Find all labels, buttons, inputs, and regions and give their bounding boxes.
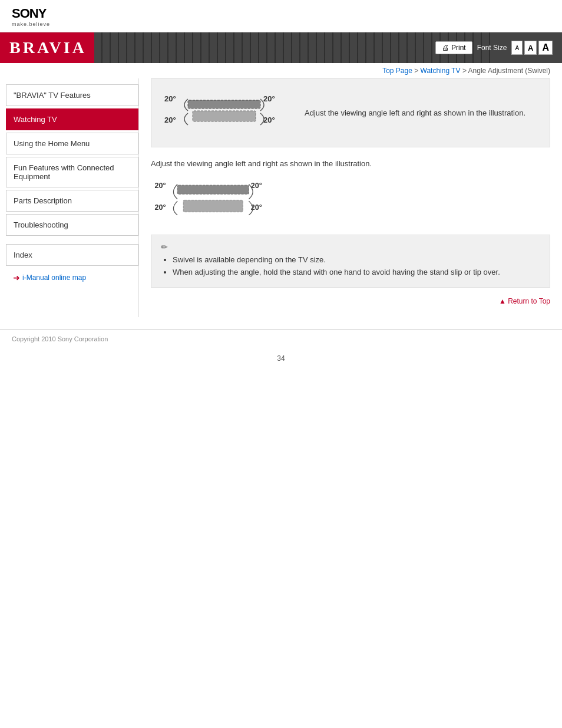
- svg-rect-10: [177, 185, 249, 194]
- copyright-text: Copyright 2010 Sony Corporation: [12, 335, 108, 342]
- svg-rect-4: [188, 100, 260, 108]
- tv-diagram-main: 20° 20° 20° 20°: [151, 176, 298, 225]
- svg-text:20°: 20°: [263, 94, 275, 103]
- sony-tagline: make.believe: [12, 21, 550, 27]
- print-label: Print: [451, 44, 466, 52]
- breadcrumb-watching-link[interactable]: Watching TV: [421, 67, 461, 75]
- bravia-banner: BRAVIA 🖨 Print Font Size A A A: [0, 32, 562, 63]
- sidebar-item-parts-description[interactable]: Parts Description: [6, 190, 138, 212]
- sony-logo: SONY make.believe: [12, 6, 550, 27]
- sidebar-item-troubleshooting[interactable]: Troubleshooting: [6, 214, 138, 236]
- intro-description: Adjust the viewing angle left and right …: [305, 108, 538, 117]
- svg-rect-11: [183, 200, 243, 212]
- svg-text:20°: 20°: [164, 116, 176, 124]
- svg-text:20°: 20°: [154, 182, 166, 190]
- svg-text:20°: 20°: [251, 182, 262, 190]
- print-icon: 🖨: [442, 44, 449, 52]
- return-to-top-link[interactable]: ▲ Return to Top: [151, 297, 550, 305]
- sidebar-item-bravia-features[interactable]: "BRAVIA" TV Features: [6, 84, 138, 106]
- page-header: SONY make.believe: [0, 0, 562, 32]
- sidebar-item-fun-features[interactable]: Fun Features with Connected Equipment: [6, 157, 138, 187]
- bravia-title: BRAVIA: [9, 38, 87, 57]
- page-number: 34: [0, 348, 562, 368]
- notes-list: Swivel is available depending on the TV …: [161, 255, 540, 276]
- note-item-2: When adjusting the angle, hold the stand…: [173, 268, 540, 276]
- sidebar-item-home-menu[interactable]: Using the Home Menu: [6, 133, 138, 154]
- sidebar: "BRAVIA" TV Features Watching TV Using t…: [0, 78, 138, 317]
- banner-controls: 🖨 Print Font Size A A A: [435, 41, 553, 55]
- triangle-up-icon: ▲: [499, 297, 506, 305]
- sidebar-online-map-link[interactable]: ➜ i-Manual online map: [6, 268, 138, 287]
- sidebar-online-map-label: i-Manual online map: [22, 274, 86, 282]
- breadcrumb-current: Angle Adjustment (Swivel): [468, 67, 550, 75]
- print-button[interactable]: 🖨 Print: [435, 41, 472, 54]
- pencil-icon: ✏: [161, 242, 540, 252]
- breadcrumb-top-link[interactable]: Top Page: [382, 67, 412, 75]
- svg-text:20°: 20°: [263, 116, 275, 124]
- svg-rect-5: [193, 111, 256, 121]
- tv-diagram-intro: 20° 20° 20° 20°: [163, 88, 293, 137]
- breadcrumb-sep1: >: [412, 67, 421, 75]
- svg-text:20°: 20°: [164, 94, 176, 103]
- font-size-buttons: A A A: [511, 41, 553, 55]
- main-content: 20° 20° 20° 20°: [138, 78, 562, 317]
- return-to-top-label: Return to Top: [508, 297, 550, 305]
- note-item-1: Swivel is available depending on the TV …: [173, 255, 540, 264]
- breadcrumb-sep2: >: [461, 67, 468, 75]
- arrow-right-icon: ➜: [13, 273, 20, 282]
- svg-text:20°: 20°: [154, 203, 166, 212]
- breadcrumb: Top Page > Watching TV > Angle Adjustmen…: [0, 63, 562, 78]
- sidebar-item-index[interactable]: Index: [6, 244, 138, 266]
- section-description: Adjust the viewing angle left and right …: [151, 159, 550, 168]
- font-size-label: Font Size: [477, 44, 507, 52]
- font-size-medium-button[interactable]: A: [524, 41, 537, 55]
- page-footer: Copyright 2010 Sony Corporation: [0, 329, 562, 348]
- sony-wordmark: SONY: [12, 6, 550, 21]
- main-layout: "BRAVIA" TV Features Watching TV Using t…: [0, 78, 562, 317]
- font-size-large-button[interactable]: A: [538, 41, 553, 55]
- notes-box: ✏ Swivel is available depending on the T…: [151, 235, 550, 288]
- font-size-small-button[interactable]: A: [511, 41, 523, 55]
- intro-box: 20° 20° 20° 20°: [151, 78, 550, 147]
- sidebar-item-watching-tv[interactable]: Watching TV: [6, 108, 138, 130]
